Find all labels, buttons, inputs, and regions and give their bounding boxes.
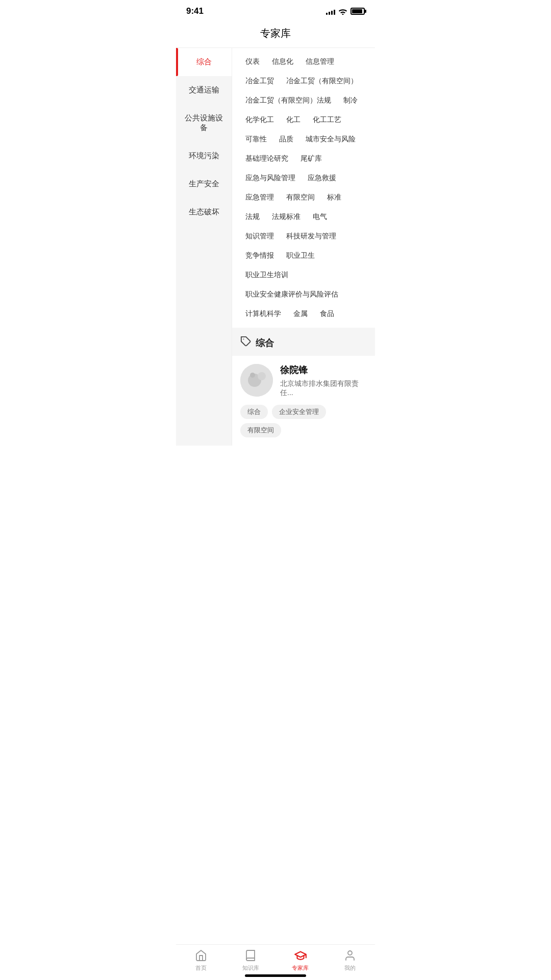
expert-name: 徐院锋 <box>280 364 367 376</box>
tags-panel: 仪表 信息化 信息管理 冶金工贸 冶金工贸（有限空间） 冶金工贸（有限空间）法规… <box>232 48 375 328</box>
nav-home[interactable]: 首页 <box>176 949 226 972</box>
mine-icon <box>343 949 357 962</box>
expert-info-row: 徐院锋 北京城市排水集团有限责任... <box>240 364 367 398</box>
tag-kekao[interactable]: 可靠性 <box>240 132 272 147</box>
status-icons <box>326 8 365 15</box>
tag-fagui[interactable]: 法规 <box>240 209 265 225</box>
tag-yibiao[interactable]: 仪表 <box>240 54 265 69</box>
sidebar-item-huanjing[interactable]: 环境污染 <box>176 142 232 170</box>
status-bar: 9:41 <box>176 0 375 20</box>
expert-label: 专家库 <box>292 964 309 972</box>
tag-jisuanji[interactable]: 计算机科学 <box>240 306 286 322</box>
tag-dianqi[interactable]: 电气 <box>308 209 332 225</box>
expert-org: 北京城市排水集团有限责任... <box>280 379 367 398</box>
expert-avatar <box>240 364 273 397</box>
tag-pinzhi[interactable]: 品质 <box>274 132 298 147</box>
tag-zhiye-pingjia[interactable]: 职业安全健康评价与风险评估 <box>240 287 343 302</box>
tag-fagui-biaozhun[interactable]: 法规标准 <box>267 209 306 225</box>
signal-icon <box>326 8 335 15</box>
sidebar-item-shengchan[interactable]: 生产安全 <box>176 170 232 198</box>
sidebar: 综合 交通运输 公共设施设备 环境污染 生产安全 生态破坏 <box>176 48 232 446</box>
nav-knowledge[interactable]: 知识库 <box>226 949 276 972</box>
bottom-indicator <box>245 974 306 977</box>
expert-card[interactable]: 徐院锋 北京城市排水集团有限责任... 综合 企业安全管理 有限空间 <box>232 356 375 446</box>
tag-huagong-gongyi[interactable]: 化工工艺 <box>308 112 346 128</box>
expert-text: 徐院锋 北京城市排水集团有限责任... <box>280 364 367 398</box>
tag-biaozhun[interactable]: 标准 <box>322 190 346 205</box>
tag-yejin-xiankong[interactable]: 冶金工贸（有限空间） <box>281 74 363 89</box>
nav-expert[interactable]: 专家库 <box>276 949 325 972</box>
tag-huagong[interactable]: 化工 <box>281 112 306 128</box>
tags-container: 仪表 信息化 信息管理 冶金工贸 冶金工贸（有限空间） 冶金工贸（有限空间）法规… <box>240 54 367 322</box>
tag-zhileng[interactable]: 制冷 <box>338 93 363 108</box>
tag-weikuang[interactable]: 尾矿库 <box>295 151 327 166</box>
svg-point-0 <box>342 14 344 15</box>
wifi-icon <box>338 8 347 15</box>
expert-tag-qiye[interactable]: 企业安全管理 <box>272 405 326 419</box>
page-title: 专家库 <box>176 20 375 48</box>
sidebar-item-jiaotong[interactable]: 交通运输 <box>176 76 232 104</box>
tag-huaxuehuagong[interactable]: 化学化工 <box>240 112 279 128</box>
tag-keji[interactable]: 科技研发与管理 <box>281 229 341 244</box>
tag-yingji-jiuyuan[interactable]: 应急救援 <box>303 170 341 186</box>
tag-chengshi-anquan[interactable]: 城市安全与风险 <box>300 132 361 147</box>
tag-shipin[interactable]: 食品 <box>315 306 339 322</box>
tag-zhishi-guanli[interactable]: 知识管理 <box>240 229 279 244</box>
right-panel: 仪表 信息化 信息管理 冶金工贸 冶金工贸（有限空间） 冶金工贸（有限空间）法规… <box>232 48 375 446</box>
tag-xinxiguanli[interactable]: 信息管理 <box>300 54 339 69</box>
home-icon <box>194 949 208 962</box>
expert-section: 综合 徐院锋 <box>232 328 375 446</box>
expert-icon <box>294 949 307 962</box>
tag-xinxihua[interactable]: 信息化 <box>267 54 298 69</box>
expert-tag-zonghe[interactable]: 综合 <box>240 405 268 419</box>
svg-point-3 <box>258 372 266 380</box>
tag-yejin-fagui[interactable]: 冶金工贸（有限空间）法规 <box>240 93 336 108</box>
expert-tags: 综合 企业安全管理 有限空间 <box>240 405 367 437</box>
tag-yingji-fengxian[interactable]: 应急与风险管理 <box>240 170 300 186</box>
sidebar-item-gonggong[interactable]: 公共设施设备 <box>176 104 232 142</box>
section-header: 综合 <box>232 328 375 356</box>
status-time: 9:41 <box>186 6 204 16</box>
home-label: 首页 <box>195 964 207 972</box>
tag-yingji-guanli[interactable]: 应急管理 <box>240 190 279 205</box>
battery-icon <box>350 8 365 15</box>
main-content: 综合 交通运输 公共设施设备 环境污染 生产安全 生态破坏 仪表 信息化 信息管… <box>176 48 375 446</box>
mine-label: 我的 <box>344 964 356 972</box>
knowledge-label: 知识库 <box>242 964 259 972</box>
tag-jichu-yanjiu[interactable]: 基础理论研究 <box>240 151 293 166</box>
tag-zhiye-weisheng[interactable]: 职业卫生 <box>281 248 320 263</box>
section-title: 综合 <box>256 337 274 349</box>
svg-point-4 <box>250 373 255 378</box>
expert-tag-youxian[interactable]: 有限空间 <box>240 423 281 437</box>
knowledge-icon <box>244 949 257 962</box>
avatar-placeholder <box>240 364 273 397</box>
tag-jinshu[interactable]: 金属 <box>288 306 313 322</box>
tag-yejingongmao[interactable]: 冶金工贸 <box>240 74 279 89</box>
tag-youxiankong[interactable]: 有限空间 <box>281 190 320 205</box>
nav-mine[interactable]: 我的 <box>325 949 375 972</box>
tag-zhiye-peixun[interactable]: 职业卫生培训 <box>240 267 293 283</box>
sidebar-item-shengtai[interactable]: 生态破坏 <box>176 198 232 226</box>
tag-icon <box>240 336 252 350</box>
svg-point-5 <box>348 951 352 955</box>
sidebar-item-zonghe[interactable]: 综合 <box>176 48 232 76</box>
tag-jingzheng[interactable]: 竞争情报 <box>240 248 279 263</box>
